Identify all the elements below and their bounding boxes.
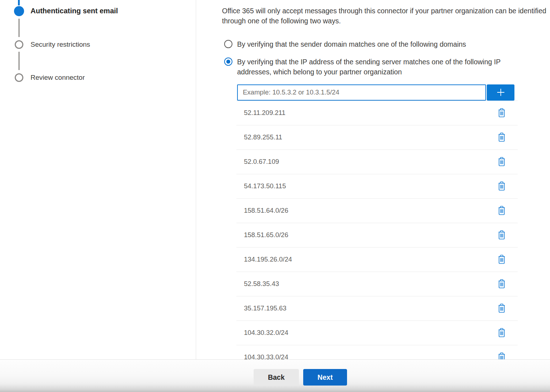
ip-row: 52.0.67.109 (236, 150, 518, 174)
step-empty-dot-icon (15, 73, 23, 82)
ip-row: 54.173.50.115 (236, 174, 518, 199)
back-button[interactable]: Back (254, 369, 299, 386)
ip-row: 158.51.65.0/26 (236, 223, 518, 248)
add-ip-button[interactable] (487, 84, 514, 101)
trash-icon (497, 254, 507, 265)
delete-ip-button[interactable] (496, 132, 507, 143)
ip-address-value: 134.195.26.0/24 (244, 255, 496, 263)
trash-icon (497, 156, 507, 167)
ip-row: 52.89.255.11 (236, 125, 518, 150)
option-label: By verifying that the sender domain matc… (237, 39, 466, 50)
trash-icon (497, 303, 507, 314)
delete-ip-button[interactable] (496, 303, 507, 314)
ip-row: 35.157.195.63 (236, 296, 518, 321)
step-active-dot-icon (14, 6, 24, 16)
wizard-step-content: Office 365 will only accept messages thr… (197, 0, 550, 359)
stepper-rail-segment (18, 52, 20, 70)
ip-address-value: 104.30.33.0/24 (244, 353, 496, 359)
ip-entry-row (237, 84, 514, 101)
verification-options: By verifying that the sender domain matc… (222, 39, 550, 77)
intro-text: Office 365 will only accept messages thr… (222, 6, 549, 26)
ip-row: 104.30.32.0/24 (236, 321, 518, 345)
stepper-rail-top (18, 0, 20, 5)
trash-icon (497, 181, 507, 192)
ip-address-value: 52.0.67.109 (244, 158, 496, 166)
ip-row: 52.11.209.211 (236, 101, 518, 125)
delete-ip-button[interactable] (496, 229, 507, 241)
wizard-footer: Back Next (0, 359, 550, 392)
ip-address-value: 54.173.50.115 (244, 182, 496, 190)
ip-address-input[interactable] (237, 84, 486, 101)
ip-list: 52.11.209.211 52.89.255.11 52.0.67.109 (236, 101, 518, 360)
wizard-stepper-sidebar: Authenticating sent email Security restr… (0, 0, 196, 359)
option-label: By verifying that the IP address of the … (237, 57, 532, 77)
plus-icon (495, 87, 507, 98)
ip-address-value: 52.58.35.43 (244, 280, 496, 288)
delete-ip-button[interactable] (496, 107, 507, 119)
option-verify-sender-domain[interactable]: By verifying that the sender domain matc… (222, 39, 550, 50)
ip-row: 52.58.35.43 (236, 272, 518, 296)
stepper-rail-segment (18, 19, 20, 37)
delete-ip-button[interactable] (496, 180, 507, 192)
step-review-connector[interactable]: Review connector (31, 74, 85, 82)
option-verify-ip-address[interactable]: By verifying that the IP address of the … (222, 57, 550, 77)
trash-icon (497, 107, 507, 118)
ip-row: 134.195.26.0/24 (236, 248, 518, 272)
ip-address-value: 158.51.65.0/26 (244, 231, 496, 239)
radio-selected-icon[interactable] (224, 57, 232, 66)
ip-address-value: 52.89.255.11 (244, 133, 496, 141)
delete-ip-button[interactable] (496, 156, 507, 167)
footer-buttons: Back Next (0, 360, 550, 386)
delete-ip-button[interactable] (496, 351, 507, 359)
ip-row: 158.51.64.0/26 (236, 199, 518, 223)
step-authenticating-sent-email[interactable]: Authenticating sent email (31, 7, 118, 15)
trash-icon (497, 205, 507, 216)
ip-row: 104.30.33.0/24 (236, 345, 518, 360)
ip-address-value: 158.51.64.0/26 (244, 207, 496, 215)
step-empty-dot-icon (15, 40, 23, 49)
delete-ip-button[interactable] (496, 205, 507, 216)
connector-wizard-page: Authenticating sent email Security restr… (0, 0, 550, 392)
trash-icon (497, 132, 507, 143)
trash-icon (497, 352, 507, 359)
delete-ip-button[interactable] (496, 327, 507, 338)
radio-unselected-icon[interactable] (224, 40, 232, 48)
trash-icon (497, 278, 507, 289)
trash-icon (497, 230, 507, 240)
step-security-restrictions[interactable]: Security restrictions (31, 41, 90, 49)
ip-address-value: 35.157.195.63 (244, 304, 496, 312)
next-button[interactable]: Next (303, 369, 347, 386)
ip-address-value: 104.30.32.0/24 (244, 329, 496, 337)
delete-ip-button[interactable] (496, 254, 507, 265)
trash-icon (497, 327, 507, 338)
delete-ip-button[interactable] (496, 278, 507, 290)
ip-address-value: 52.11.209.211 (244, 109, 496, 117)
